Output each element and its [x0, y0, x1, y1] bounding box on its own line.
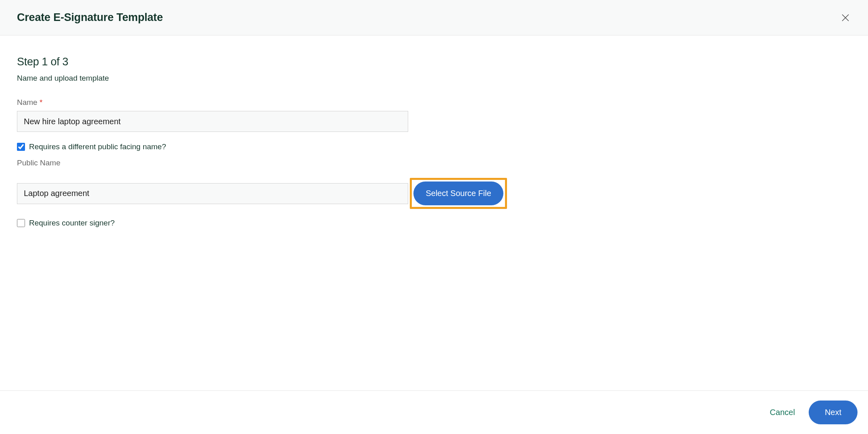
modal-content: Step 1 of 3 Name and upload template Nam…: [0, 35, 868, 227]
name-label-text: Name: [17, 98, 38, 106]
counter-signer-checkbox-label[interactable]: Requires counter signer?: [29, 219, 115, 227]
public-name-checkbox-label[interactable]: Requires a different public facing name?: [29, 142, 166, 151]
next-button[interactable]: Next: [809, 401, 858, 424]
counter-signer-checkbox[interactable]: [17, 219, 25, 227]
public-name-checkbox[interactable]: [17, 143, 25, 151]
name-label: Name *: [17, 98, 851, 107]
cancel-button[interactable]: Cancel: [766, 403, 799, 422]
modal-footer: Cancel Next: [0, 390, 868, 434]
name-input[interactable]: [17, 111, 408, 132]
select-source-file-button[interactable]: Select Source File: [413, 182, 503, 205]
step-subtitle: Name and upload template: [17, 74, 851, 83]
required-asterisk: *: [40, 98, 42, 106]
public-name-checkbox-row: Requires a different public facing name?: [17, 142, 851, 151]
modal-header: Create E-Signature Template: [0, 0, 868, 35]
modal-title: Create E-Signature Template: [17, 11, 163, 24]
counter-signer-checkbox-row: Requires counter signer?: [17, 219, 851, 227]
public-name-label: Public Name: [17, 159, 851, 167]
close-icon[interactable]: [840, 12, 851, 23]
select-file-highlight: Select Source File: [410, 178, 507, 209]
step-title: Step 1 of 3: [17, 56, 851, 68]
public-name-input[interactable]: [17, 183, 408, 204]
